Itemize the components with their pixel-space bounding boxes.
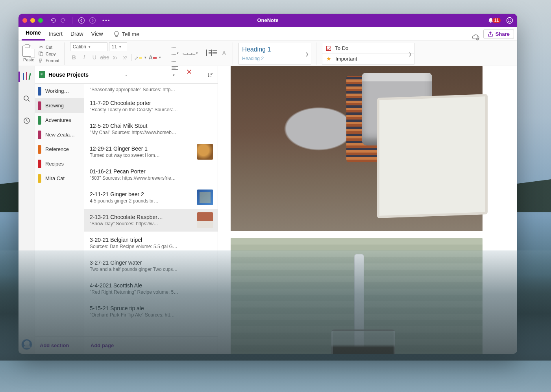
clipboard-group: Paste ✂Cut Copy Format bbox=[22, 42, 65, 65]
tag-todo[interactable]: To Do bbox=[322, 43, 414, 54]
nav-back-icon[interactable] bbox=[78, 17, 85, 24]
svg-point-4 bbox=[510, 19, 511, 20]
page-item[interactable]: 4-4-2021 Scottish Ale"Red Right Returnin… bbox=[84, 277, 218, 300]
bulleted-list-button[interactable]: ▾ bbox=[172, 42, 179, 64]
section-item[interactable]: Brewing bbox=[35, 98, 84, 113]
chevron-right-icon[interactable]: ❯ bbox=[409, 52, 412, 56]
copy-label: Copy bbox=[46, 52, 56, 56]
heading-2-style[interactable]: Heading 2 bbox=[242, 56, 308, 61]
decrease-indent-button[interactable] bbox=[206, 50, 207, 57]
tab-draw[interactable]: Draw bbox=[67, 28, 87, 40]
section-item[interactable]: Working… bbox=[35, 84, 84, 98]
section-item[interactable]: Reference bbox=[35, 142, 84, 156]
sync-status-icon[interactable] bbox=[471, 34, 479, 40]
page-item[interactable]: 2-11-21 Ginger beer 24.5 pounds ginger 2… bbox=[84, 186, 218, 209]
tab-view[interactable]: View bbox=[87, 28, 107, 40]
section-item[interactable]: Adventures bbox=[35, 113, 84, 127]
ribbon-tabs: Home Insert Draw View Tell me Share bbox=[18, 27, 517, 40]
cut-button[interactable]: ✂Cut bbox=[38, 44, 59, 50]
todo-checkbox-icon bbox=[326, 46, 331, 51]
maximize-window-button[interactable] bbox=[38, 18, 43, 23]
clear-formatting-button[interactable]: A bbox=[220, 49, 228, 57]
format-painter-button[interactable]: Format bbox=[38, 58, 59, 63]
account-avatar[interactable] bbox=[21, 339, 32, 350]
section-item[interactable]: Mira Cat bbox=[35, 171, 84, 186]
undo-icon[interactable] bbox=[50, 17, 56, 24]
styles-group: Heading 1 Heading 2 ❯ bbox=[239, 42, 316, 65]
section-color-tab bbox=[38, 160, 41, 168]
more-icon[interactable]: ••• bbox=[102, 17, 111, 24]
share-button[interactable]: Share bbox=[483, 29, 514, 39]
section-item[interactable]: Recipes bbox=[35, 156, 84, 171]
highlight-color-button[interactable] bbox=[134, 53, 142, 61]
page-item[interactable]: 9-27-20 Pumpkin Ale"Seasonally appropria… bbox=[84, 84, 218, 95]
page-item[interactable]: 01-16-21 Pecan Porter"503" Sources: http… bbox=[84, 163, 218, 186]
underline-button[interactable]: U bbox=[91, 53, 98, 61]
chevron-down-icon: ▾ bbox=[89, 45, 91, 49]
notebook-header[interactable]: House Projects ⌄ bbox=[35, 66, 218, 84]
font-family-select[interactable]: Calibri▾ bbox=[70, 42, 107, 51]
nav-panel: House Projects ⌄ Working…BrewingAdventur… bbox=[35, 66, 218, 354]
superscript-button[interactable]: x² bbox=[121, 53, 129, 61]
font-group: Calibri▾ 11▾ B I U abc x₂ x² ▾ A ▾ bbox=[70, 42, 166, 65]
copy-button[interactable]: Copy bbox=[38, 51, 59, 57]
clear-formatting-icon: A bbox=[222, 50, 226, 56]
chevron-down-icon[interactable]: ▾ bbox=[144, 55, 146, 59]
page-item[interactable]: 11-7-20 Chocolate porter"Roasty Toasty o… bbox=[84, 95, 218, 118]
page-item[interactable]: 3-27-21 Ginger waterTwo and a half pound… bbox=[84, 254, 218, 277]
styles-gallery[interactable]: Heading 1 Heading 2 ❯ bbox=[239, 43, 311, 64]
note-canvas[interactable] bbox=[218, 66, 517, 354]
page-item[interactable]: 3-20-21 Belgian tripelSources: Dan Recip… bbox=[84, 232, 218, 254]
page-item[interactable]: 2-13-21 Chocolate Raspber…"Snow Day" Sou… bbox=[84, 209, 218, 232]
numbered-list-button[interactable]: ▾ bbox=[183, 50, 198, 57]
tag-todo-label: To Do bbox=[335, 45, 348, 51]
page-subtitle: 4.5 pounds ginger 2 pounds br… bbox=[90, 198, 193, 204]
notebook-name: House Projects bbox=[48, 72, 122, 78]
notebooks-rail-button[interactable] bbox=[18, 70, 35, 83]
page-subtitle: "Roasty Toasty on the Coasty" Sources:… bbox=[90, 107, 213, 112]
sort-button[interactable] bbox=[207, 72, 214, 78]
section-item[interactable]: New Zeala… bbox=[35, 127, 84, 142]
section-color-tab bbox=[38, 174, 41, 183]
italic-button[interactable]: I bbox=[80, 53, 88, 61]
outdent-icon bbox=[206, 50, 207, 56]
nav-forward-icon[interactable] bbox=[89, 17, 96, 24]
section-color-tab bbox=[38, 101, 41, 110]
page-item[interactable]: 12-29-21 Ginger Beer 1Turned out way too… bbox=[84, 140, 218, 163]
page-subtitle: "Seasonally appropriate" Sources: http… bbox=[90, 87, 213, 92]
tag-important[interactable]: ★Important bbox=[322, 54, 414, 64]
chevron-down-icon[interactable]: ▾ bbox=[159, 55, 161, 59]
search-rail-button[interactable] bbox=[18, 92, 35, 105]
add-page-button[interactable]: Add page bbox=[84, 336, 218, 354]
page-item[interactable]: 5-15-21 Spruce tip ale"Orchard Park Fir … bbox=[84, 300, 218, 323]
page-thumbnail bbox=[197, 144, 213, 160]
heading-1-style[interactable]: Heading 1 bbox=[242, 46, 308, 53]
chevron-right-icon[interactable]: ❯ bbox=[305, 52, 309, 56]
redo-icon[interactable] bbox=[60, 17, 67, 24]
page-subtitle: Two and a half pounds ginger Two cups… bbox=[90, 267, 213, 272]
add-section-button[interactable]: Add section bbox=[35, 336, 84, 354]
tags-gallery[interactable]: To Do ★Important ❯ bbox=[322, 43, 414, 64]
notifications-button[interactable]: 11 bbox=[488, 17, 501, 24]
main-area: House Projects ⌄ Working…BrewingAdventur… bbox=[18, 66, 517, 354]
subscript-button[interactable]: x₂ bbox=[111, 53, 119, 61]
note-image-1[interactable] bbox=[231, 66, 483, 231]
tab-insert[interactable]: Insert bbox=[45, 28, 67, 40]
minimize-window-button[interactable] bbox=[30, 18, 35, 23]
smiley-icon[interactable] bbox=[506, 17, 513, 24]
bold-button[interactable]: B bbox=[70, 53, 78, 61]
recent-rail-button[interactable] bbox=[18, 114, 35, 127]
font-color-button[interactable]: A bbox=[149, 53, 157, 61]
tell-me-search[interactable]: Tell me bbox=[109, 28, 143, 40]
page-item[interactable]: 12-5-20 Chai Milk Stout"My Chai" Sources… bbox=[84, 118, 218, 140]
close-window-button[interactable] bbox=[22, 18, 27, 23]
note-image-2[interactable] bbox=[231, 238, 483, 354]
format-label: Format bbox=[46, 58, 59, 63]
strikethrough-button[interactable]: abc bbox=[101, 53, 109, 61]
page-title: 2-11-21 Ginger beer 2 bbox=[90, 191, 193, 197]
tab-home[interactable]: Home bbox=[22, 26, 45, 40]
font-size-select[interactable]: 11▾ bbox=[109, 42, 127, 51]
titlebar: ••• OneNote 11 bbox=[18, 14, 517, 27]
page-subtitle: Turned out way too sweet Hom… bbox=[90, 153, 193, 158]
paste-button[interactable]: Paste bbox=[22, 46, 35, 62]
